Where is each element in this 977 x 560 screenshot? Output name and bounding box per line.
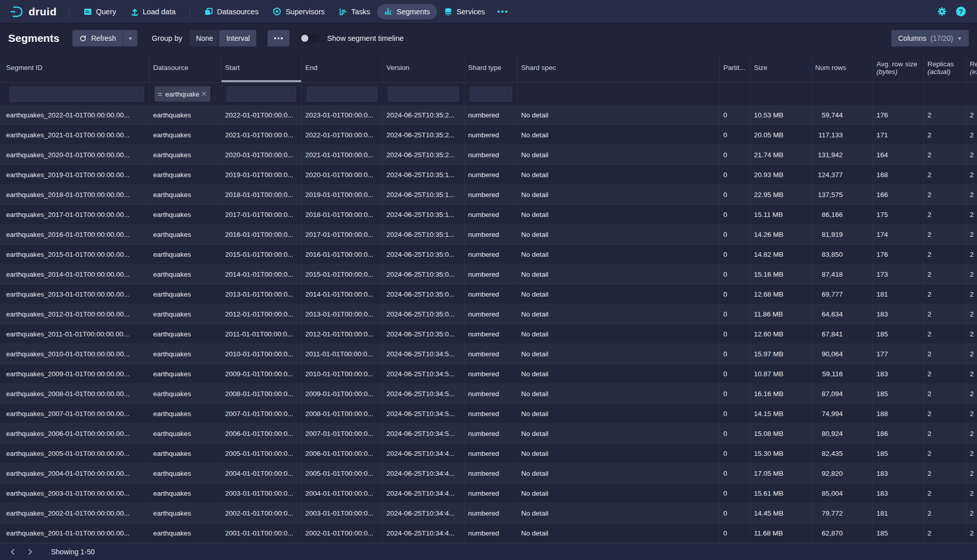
cell-start[interactable]: 2002-01-01T00:00:0... (222, 503, 302, 523)
nav-item-supervisors[interactable]: Supervisors (265, 4, 332, 19)
cell-replicas[interactable]: 2 (924, 165, 966, 184)
cell-partition[interactable]: 0 (720, 264, 750, 284)
cell-replication_factor[interactable]: 2 (966, 185, 977, 204)
nav-item-services[interactable]: Services (437, 4, 492, 19)
cell-size[interactable]: 22.95 MB (750, 185, 812, 204)
cell-segment_id[interactable]: earthquakes_2014-01-01T00:00:00.00... (0, 264, 150, 284)
cell-size[interactable]: 12.68 MB (750, 284, 812, 304)
help-icon[interactable]: ? (956, 7, 966, 16)
cell-shard_spec[interactable]: No detail (518, 185, 720, 204)
cell-version[interactable]: 2024-06-25T10:34:4... (383, 503, 465, 523)
cell-partition[interactable]: 0 (720, 384, 750, 403)
cell-shard_type[interactable]: numbered (465, 384, 518, 403)
cell-size[interactable]: 16.16 MB (750, 384, 812, 403)
cell-num_rows[interactable]: 90,064 (812, 344, 873, 363)
cell-avg_row_size[interactable]: 164 (873, 145, 924, 164)
cell-partition[interactable]: 0 (720, 304, 750, 324)
cell-version[interactable]: 2024-06-25T10:35:0... (383, 324, 465, 344)
cell-start[interactable]: 2014-01-01T00:00:0... (222, 264, 302, 284)
cell-version[interactable]: 2024-06-25T10:35:2... (383, 105, 465, 125)
cell-shard_type[interactable]: numbered (465, 503, 518, 523)
cell-version[interactable]: 2024-06-25T10:35:2... (383, 145, 465, 164)
cell-segment_id[interactable]: earthquakes_2012-01-01T00:00:00.00... (0, 304, 150, 324)
cell-start[interactable]: 2009-01-01T00:00:0... (222, 364, 302, 383)
cell-start[interactable]: 2013-01-01T00:00:0... (222, 284, 302, 304)
cell-segment_id[interactable]: earthquakes_2007-01-01T00:00:00.00... (0, 404, 150, 423)
cell-replication_factor[interactable]: 2 (966, 145, 977, 164)
cell-avg_row_size[interactable]: 185 (873, 523, 924, 543)
cell-shard_spec[interactable]: No detail (518, 344, 720, 363)
cell-version[interactable]: 2024-06-25T10:35:0... (383, 264, 465, 284)
cell-replication_factor[interactable]: 2 (966, 225, 977, 244)
cell-shard_type[interactable]: numbered (465, 145, 518, 164)
cell-end[interactable]: 2012-01-01T00:00:0... (302, 324, 383, 344)
cell-end[interactable]: 2017-01-01T00:00:0... (302, 225, 383, 244)
cell-start[interactable]: 2018-01-01T00:00:0... (222, 185, 302, 204)
cell-datasource[interactable]: earthquakes (150, 145, 222, 164)
cell-version[interactable]: 2024-06-25T10:35:1... (383, 185, 465, 204)
nav-item-segments[interactable]: Segments (377, 4, 437, 19)
cell-datasource[interactable]: earthquakes (150, 264, 222, 284)
cell-shard_type[interactable]: numbered (465, 444, 518, 463)
cell-shard_type[interactable]: numbered (465, 483, 518, 503)
cell-datasource[interactable]: earthquakes (150, 225, 222, 244)
cell-replicas[interactable]: 2 (924, 483, 966, 503)
cell-shard_spec[interactable]: No detail (518, 165, 720, 184)
cell-avg_row_size[interactable]: 174 (873, 225, 924, 244)
cell-version[interactable]: 2024-06-25T10:34:5... (383, 424, 465, 443)
cell-start[interactable]: 2016-01-01T00:00:0... (222, 225, 302, 244)
cell-replication_factor[interactable]: 2 (966, 503, 977, 523)
cell-end[interactable]: 2023-01-01T00:00:0... (302, 105, 383, 125)
cell-segment_id[interactable]: earthquakes_2015-01-01T00:00:00.00... (0, 245, 150, 264)
cell-shard_spec[interactable]: No detail (518, 205, 720, 224)
cell-num_rows[interactable]: 87,418 (812, 264, 873, 284)
column-header-partition[interactable]: Partit... (720, 53, 750, 82)
cell-version[interactable]: 2024-06-25T10:35:1... (383, 205, 465, 224)
cell-replicas[interactable]: 2 (924, 364, 966, 383)
cell-end[interactable]: 2008-01-01T00:00:0... (302, 404, 383, 423)
cell-num_rows[interactable]: 67,841 (812, 324, 873, 344)
cell-start[interactable]: 2005-01-01T00:00:0... (222, 444, 302, 463)
cell-partition[interactable]: 0 (720, 503, 750, 523)
cell-partition[interactable]: 0 (720, 165, 750, 184)
cell-partition[interactable]: 0 (720, 225, 750, 244)
cell-num_rows[interactable]: 74,994 (812, 404, 873, 423)
cell-end[interactable]: 2018-01-01T00:00:0... (302, 205, 383, 224)
cell-replication_factor[interactable]: 2 (966, 125, 977, 144)
cell-end[interactable]: 2009-01-01T00:00:0... (302, 384, 383, 403)
cell-datasource[interactable]: earthquakes (150, 444, 222, 463)
cell-partition[interactable]: 0 (720, 205, 750, 224)
cell-shard_type[interactable]: numbered (465, 225, 518, 244)
cell-segment_id[interactable]: earthquakes_2005-01-01T00:00:00.00... (0, 444, 150, 463)
cell-segment_id[interactable]: earthquakes_2009-01-01T00:00:00.00... (0, 364, 150, 383)
cell-start[interactable]: 2003-01-01T00:00:0... (222, 483, 302, 503)
cell-shard_spec[interactable]: No detail (518, 444, 720, 463)
cell-start[interactable]: 2008-01-01T00:00:0... (222, 384, 302, 403)
cell-datasource[interactable]: earthquakes (150, 245, 222, 264)
cell-partition[interactable]: 0 (720, 185, 750, 204)
cell-shard_spec[interactable]: No detail (518, 483, 720, 503)
segment-timeline-toggle[interactable] (300, 33, 320, 43)
cell-shard_spec[interactable]: No detail (518, 464, 720, 483)
cell-avg_row_size[interactable]: 183 (873, 364, 924, 383)
cell-size[interactable]: 15.16 MB (750, 264, 812, 284)
gear-icon[interactable] (937, 7, 947, 16)
cell-replication_factor[interactable]: 2 (966, 205, 977, 224)
cell-end[interactable]: 2006-01-01T00:00:0... (302, 444, 383, 463)
cell-replication_factor[interactable]: 2 (966, 304, 977, 324)
cell-size[interactable]: 14.26 MB (750, 225, 812, 244)
cell-shard_spec[interactable]: No detail (518, 284, 720, 304)
cell-shard_spec[interactable]: No detail (518, 264, 720, 284)
cell-end[interactable]: 2013-01-01T00:00:0... (302, 304, 383, 324)
cell-replicas[interactable]: 2 (924, 125, 966, 144)
cell-avg_row_size[interactable]: 181 (873, 284, 924, 304)
cell-avg_row_size[interactable]: 168 (873, 165, 924, 184)
nav-item-query[interactable]: Query (77, 4, 124, 19)
nav-item-load-data[interactable]: Load data (124, 4, 183, 19)
filter-input-end[interactable] (307, 86, 377, 102)
cell-shard_type[interactable]: numbered (465, 464, 518, 483)
cell-size[interactable]: 10.87 MB (750, 364, 812, 383)
cell-end[interactable]: 2003-01-01T00:00:0... (302, 503, 383, 523)
cell-replication_factor[interactable]: 2 (966, 404, 977, 423)
cell-end[interactable]: 2022-01-01T00:00:0... (302, 125, 383, 144)
